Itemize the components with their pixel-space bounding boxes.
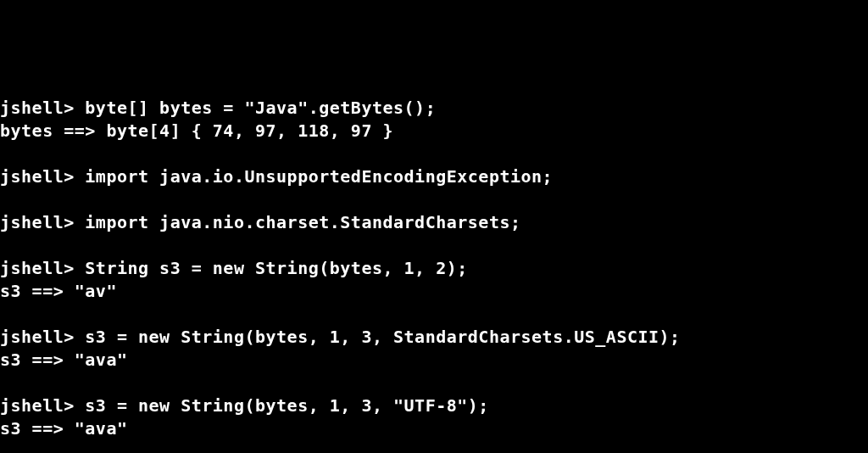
blank-line (0, 303, 868, 326)
terminal-input-line: jshell> import java.io.UnsupportedEncodi… (0, 165, 868, 188)
blank-line (0, 440, 868, 453)
terminal-output-line: s3 ==> "ava" (0, 349, 868, 372)
blank-line (0, 234, 868, 257)
terminal-input-line: jshell> s3 = new String(bytes, 1, 3, "UT… (0, 394, 868, 417)
terminal-input-line: jshell> String s3 = new String(bytes, 1,… (0, 257, 868, 280)
blank-line (0, 372, 868, 394)
terminal-output-line: bytes ==> byte[4] { 74, 97, 118, 97 } (0, 120, 868, 143)
terminal-output: jshell> byte[] bytes = "Java".getBytes()… (0, 97, 868, 453)
terminal-input-line: jshell> import java.nio.charset.Standard… (0, 211, 868, 234)
terminal-output-line: s3 ==> "av" (0, 280, 868, 303)
terminal-output-line: s3 ==> "ava" (0, 417, 868, 440)
blank-line (0, 188, 868, 211)
terminal-input-line: jshell> s3 = new String(bytes, 1, 3, Sta… (0, 326, 868, 349)
terminal-input-line: jshell> byte[] bytes = "Java".getBytes()… (0, 97, 868, 120)
blank-line (0, 143, 868, 165)
